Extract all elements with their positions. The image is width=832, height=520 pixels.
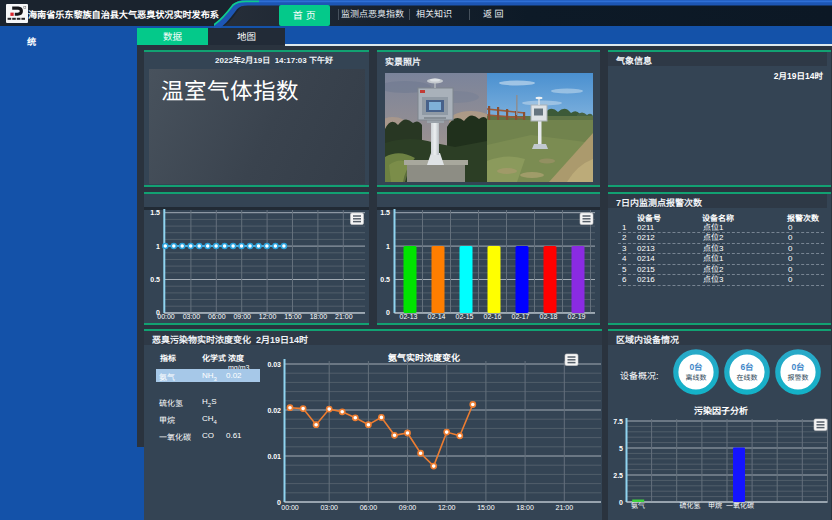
svg-text:0.01: 0.01 bbox=[267, 453, 281, 460]
svg-text:09:00: 09:00 bbox=[399, 504, 417, 511]
svg-text:氨气: 氨气 bbox=[631, 502, 645, 509]
svg-text:0.5: 0.5 bbox=[380, 276, 390, 283]
svg-text:12:00: 12:00 bbox=[438, 504, 456, 511]
svg-text:1: 1 bbox=[156, 242, 160, 249]
svg-text:甲烷: 甲烷 bbox=[708, 502, 722, 509]
svg-text:02-15: 02-15 bbox=[456, 312, 474, 319]
svg-text:21:00: 21:00 bbox=[556, 504, 574, 511]
svg-text:0: 0 bbox=[619, 499, 623, 506]
svg-text:02-17: 02-17 bbox=[512, 312, 530, 319]
svg-text:7.5: 7.5 bbox=[613, 418, 623, 425]
svg-text:0.5: 0.5 bbox=[150, 276, 160, 283]
svg-text:一氧化碳: 一氧化碳 bbox=[726, 502, 754, 509]
svg-text:02-18: 02-18 bbox=[540, 312, 558, 319]
svg-text:0: 0 bbox=[386, 309, 390, 316]
svg-text:1: 1 bbox=[386, 242, 390, 249]
svg-text:03:00: 03:00 bbox=[320, 504, 338, 511]
svg-text:0.02: 0.02 bbox=[267, 407, 281, 414]
svg-text:氨气实时浓度变化: 氨气实时浓度变化 bbox=[388, 353, 460, 363]
svg-text:02-19: 02-19 bbox=[568, 312, 586, 319]
svg-text:09:00: 09:00 bbox=[233, 312, 251, 319]
svg-text:5: 5 bbox=[619, 445, 623, 452]
svg-text:15:00: 15:00 bbox=[284, 312, 302, 319]
svg-text:15:00: 15:00 bbox=[477, 504, 495, 511]
svg-text:18:00: 18:00 bbox=[310, 312, 328, 319]
svg-text:离线数: 离线数 bbox=[686, 374, 707, 381]
svg-text:00:00: 00:00 bbox=[281, 504, 299, 511]
svg-text:0.03: 0.03 bbox=[267, 361, 281, 368]
svg-text:02-14: 02-14 bbox=[428, 312, 446, 319]
svg-text:在线数: 在线数 bbox=[737, 374, 758, 381]
svg-text:06:00: 06:00 bbox=[208, 312, 226, 319]
svg-text:6台: 6台 bbox=[740, 362, 754, 372]
svg-text:12:00: 12:00 bbox=[259, 312, 277, 319]
svg-text:1.5: 1.5 bbox=[380, 209, 390, 216]
svg-text:硫化氢: 硫化氢 bbox=[680, 502, 701, 509]
svg-text:03:00: 03:00 bbox=[183, 312, 201, 319]
svg-text:06:00: 06:00 bbox=[360, 504, 378, 511]
svg-text:2.5: 2.5 bbox=[613, 472, 623, 479]
svg-text:02-13: 02-13 bbox=[400, 312, 418, 319]
svg-text:0台: 0台 bbox=[689, 362, 703, 372]
svg-text:21:00: 21:00 bbox=[335, 312, 353, 319]
svg-text:0: 0 bbox=[277, 499, 281, 506]
svg-text:1.5: 1.5 bbox=[150, 209, 160, 216]
svg-text:18:00: 18:00 bbox=[516, 504, 534, 511]
svg-text:污染因子分析: 污染因子分析 bbox=[694, 406, 748, 416]
svg-text:0: 0 bbox=[156, 309, 160, 316]
svg-text:报警数: 报警数 bbox=[788, 374, 809, 381]
svg-text:0台: 0台 bbox=[791, 362, 805, 372]
svg-text:02-16: 02-16 bbox=[484, 312, 502, 319]
